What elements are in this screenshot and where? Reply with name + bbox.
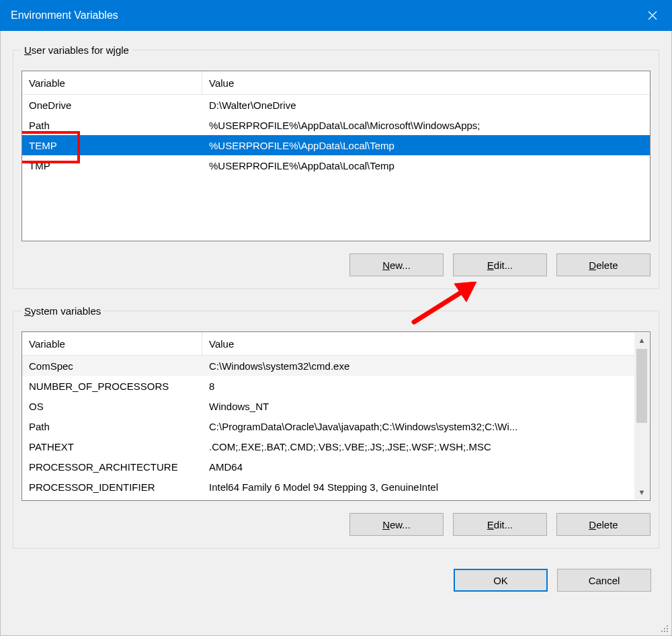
svg-rect-7 bbox=[667, 631, 668, 632]
user-delete-button[interactable]: Delete bbox=[556, 253, 650, 276]
svg-rect-5 bbox=[661, 631, 663, 632]
user-row-value: D:\Walter\OneDrive bbox=[202, 100, 650, 111]
system-table-row[interactable]: NUMBER_OF_PROCESSORS8 bbox=[22, 376, 635, 396]
system-table-row[interactable]: PathC:\ProgramData\Oracle\Java\javapath;… bbox=[22, 416, 635, 436]
svg-rect-4 bbox=[667, 628, 668, 629]
user-table-row[interactable]: OneDriveD:\Walter\OneDrive bbox=[22, 95, 650, 115]
system-row-variable: PROCESSOR_IDENTIFIER bbox=[22, 481, 202, 493]
system-row-value: Windows_NT bbox=[202, 401, 635, 412]
system-table-row[interactable]: OSWindows_NT bbox=[22, 396, 635, 416]
title-bar: Environment Variables bbox=[0, 0, 672, 31]
user-list-header: Variable Value bbox=[22, 71, 650, 95]
system-variables-legend: System variables bbox=[22, 305, 103, 317]
system-table-row[interactable]: PATHEXT.COM;.EXE;.BAT;.CMD;.VBS;.VBE;.JS… bbox=[22, 436, 635, 456]
close-icon bbox=[648, 11, 657, 20]
user-row-variable: OneDrive bbox=[22, 100, 202, 111]
user-variables-list[interactable]: Variable Value OneDriveD:\Walter\OneDriv… bbox=[22, 71, 650, 241]
dialog-footer: OK Cancel bbox=[13, 569, 659, 592]
system-edit-button[interactable]: Edit... bbox=[453, 513, 547, 536]
user-edit-button[interactable]: Edit... bbox=[453, 253, 547, 276]
system-row-variable: ComSpec bbox=[22, 360, 202, 372]
user-row-variable: TEMP bbox=[22, 140, 202, 151]
system-col-value[interactable]: Value bbox=[202, 332, 650, 355]
user-row-value: %USERPROFILE%\AppData\Local\Temp bbox=[202, 160, 650, 171]
window-title: Environment Variables bbox=[11, 9, 118, 22]
system-row-variable: PROCESSOR_ARCHITECTURE bbox=[22, 461, 202, 473]
system-variables-list[interactable]: Variable Value ComSpecC:\Windows\system3… bbox=[22, 331, 650, 501]
system-row-value: C:\Windows\system32\cmd.exe bbox=[202, 360, 635, 372]
scroll-down-icon[interactable]: ▼ bbox=[634, 485, 649, 500]
user-row-variable: Path bbox=[22, 120, 202, 131]
user-variables-legend: User variables for wjgle bbox=[22, 44, 132, 56]
cancel-button[interactable]: Cancel bbox=[557, 569, 651, 592]
system-row-value: AMD64 bbox=[202, 461, 635, 473]
system-row-value: C:\ProgramData\Oracle\Java\javapath;C:\W… bbox=[202, 421, 635, 432]
svg-rect-3 bbox=[664, 628, 665, 629]
user-col-variable[interactable]: Variable bbox=[22, 71, 202, 94]
system-row-variable: Path bbox=[22, 421, 202, 432]
system-row-variable: NUMBER_OF_PROCESSORS bbox=[22, 381, 202, 392]
scroll-thumb[interactable] bbox=[636, 349, 647, 423]
user-new-button[interactable]: New... bbox=[349, 253, 444, 276]
svg-rect-2 bbox=[667, 625, 668, 627]
close-button[interactable] bbox=[633, 0, 672, 31]
user-table-row[interactable]: Path%USERPROFILE%\AppData\Local\Microsof… bbox=[22, 115, 650, 135]
system-new-button[interactable]: New... bbox=[349, 513, 444, 536]
scroll-up-icon[interactable]: ▲ bbox=[634, 333, 649, 348]
dialog-body: User variables for wjgle Variable Value … bbox=[0, 31, 672, 636]
system-scrollbar[interactable]: ▲ ▼ bbox=[634, 333, 649, 500]
system-buttons-row: New... Edit... Delete bbox=[22, 513, 650, 536]
system-row-value: 8 bbox=[202, 381, 635, 392]
system-row-value: Intel64 Family 6 Model 94 Stepping 3, Ge… bbox=[202, 481, 635, 493]
user-row-value: %USERPROFILE%\AppData\Local\Temp bbox=[202, 140, 650, 151]
system-table-row[interactable]: ComSpecC:\Windows\system32\cmd.exe bbox=[22, 356, 635, 376]
user-row-value: %USERPROFILE%\AppData\Local\Microsoft\Wi… bbox=[202, 120, 650, 131]
user-table-row[interactable]: TEMP%USERPROFILE%\AppData\Local\Temp bbox=[22, 135, 650, 155]
system-variables-group: System variables Variable Value ComSpecC… bbox=[13, 305, 659, 549]
ok-button[interactable]: OK bbox=[454, 569, 548, 592]
user-buttons-row: New... Edit... Delete bbox=[22, 253, 650, 276]
system-table-row[interactable]: PROCESSOR_ARCHITECTUREAMD64 bbox=[22, 456, 635, 477]
system-col-variable[interactable]: Variable bbox=[22, 332, 202, 355]
system-row-variable: PATHEXT bbox=[22, 441, 202, 452]
system-list-header: Variable Value bbox=[22, 332, 650, 356]
user-col-value[interactable]: Value bbox=[202, 71, 650, 94]
system-delete-button[interactable]: Delete bbox=[556, 513, 650, 536]
resize-grip-icon[interactable] bbox=[659, 623, 669, 633]
user-table-row[interactable]: TMP%USERPROFILE%\AppData\Local\Temp bbox=[22, 155, 650, 175]
svg-rect-6 bbox=[664, 631, 665, 632]
system-row-variable: OS bbox=[22, 401, 202, 412]
system-table-row[interactable]: PROCESSOR_IDENTIFIERIntel64 Family 6 Mod… bbox=[22, 477, 635, 497]
user-variables-group: User variables for wjgle Variable Value … bbox=[13, 44, 659, 289]
system-row-value: .COM;.EXE;.BAT;.CMD;.VBS;.VBE;.JS;.JSE;.… bbox=[202, 441, 635, 452]
user-row-variable: TMP bbox=[22, 160, 202, 171]
